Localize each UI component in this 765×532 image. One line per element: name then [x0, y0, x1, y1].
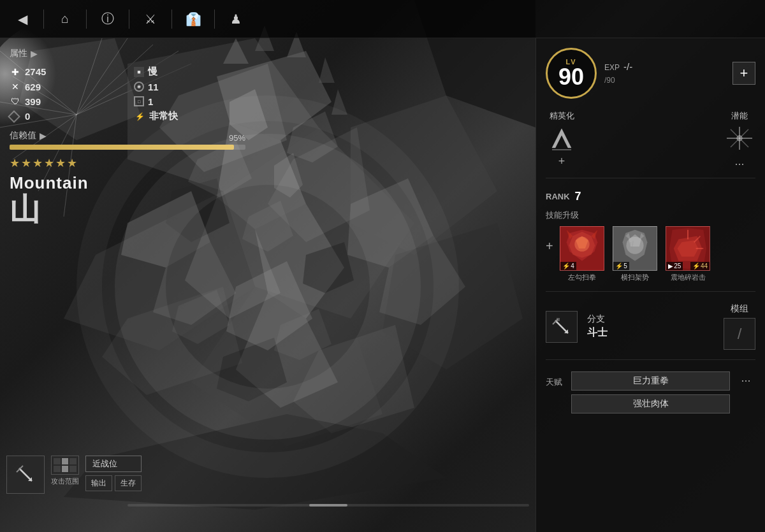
svg-marker-39 [153, 242, 236, 325]
branch-sword-icon [550, 315, 573, 338]
range-cell-4 [54, 466, 61, 472]
svg-marker-26 [255, 204, 344, 319]
attack-range-grid [51, 456, 79, 475]
svg-marker-37 [217, 338, 287, 401]
module-section: 模组 / [724, 303, 755, 350]
atkspd-value: 慢 [148, 66, 157, 78]
home-icon: ⌂ [61, 11, 69, 26]
stat-cost: □ 1 [134, 96, 245, 107]
skill-image-3: ▶ 25 ⚡ 44 [666, 226, 710, 271]
movespd-icon: ⚡ [134, 111, 145, 122]
star-3: ★ [33, 156, 43, 170]
bottom-action-area: 攻击范围 近战位 输出 生存 [6, 456, 142, 494]
svg-marker-41 [379, 236, 465, 325]
talent-1-text: 巨力重拳 [633, 375, 669, 385]
skill-card-1[interactable]: ⚡ 4 左勾扫拳 [558, 226, 606, 282]
svg-marker-27 [236, 293, 338, 408]
attack-range-section: 攻击范围 [51, 456, 79, 486]
star-4: ★ [44, 156, 54, 170]
talent-items: 巨力重拳 强壮肉体 [571, 371, 730, 413]
branch-row: 分支 斗士 模组 / [546, 303, 755, 350]
nav-divider-4 [171, 10, 172, 29]
potential-svg [724, 126, 755, 151]
skills-area: + ⚡ [546, 226, 755, 282]
svg-marker-52 [274, 309, 332, 360]
svg-marker-51 [172, 290, 229, 344]
talents-section: 天赋 巨力重拳 强壮肉体 ... [546, 371, 755, 413]
res-value: 0 [25, 111, 30, 122]
talent-2-text: 强壮肉体 [633, 398, 669, 408]
stat-atkspd: ■ 慢 [134, 66, 245, 78]
info-icon: ⓘ [101, 10, 114, 27]
role-tags-container: 输出 生存 [85, 475, 142, 491]
def-icon: 🛡 [10, 96, 21, 107]
attack-range-label: 攻击范围 [51, 477, 79, 486]
module-box[interactable]: / [724, 318, 755, 350]
top-nav-bar: ◀ ⌂ ⓘ ⚔ 👔 ♟ [0, 0, 765, 38]
upgrade-section: 精英化 + 潜能 [546, 110, 755, 178]
svg-marker-21 [102, 287, 242, 395]
scroll-thumb [309, 504, 347, 507]
skill-upgrade-row: 技能升级 [546, 210, 755, 221]
role-tag-output: 输出 [85, 475, 112, 491]
res-icon [8, 110, 20, 123]
skill-image-1: ⚡ 4 [560, 226, 604, 271]
wardrobe-icon: 👔 [186, 11, 201, 27]
elite-block: 精英化 + [546, 110, 578, 168]
skill-card-3[interactable]: ▶ 25 ⚡ 44 震地碎岩击 [664, 226, 712, 282]
elite-icon [546, 126, 578, 151]
skill-card-2[interactable]: ⚡ 5 横扫架势 [611, 226, 659, 282]
attack-mode-button[interactable] [6, 456, 45, 494]
cost-value: 1 [148, 96, 153, 107]
svg-marker-49 [287, 111, 338, 162]
potential-more-button[interactable]: ... [734, 155, 744, 168]
stat-movespd: ⚡ 非常快 [134, 110, 245, 122]
potential-block: 潜能 ... [724, 110, 755, 168]
skill-2-name: 横扫架势 [621, 273, 649, 282]
elite-chevron-svg [546, 126, 578, 151]
position-tags: 近战位 输出 生存 [85, 456, 142, 491]
atk-icon: ✕ [10, 81, 21, 92]
cost-icon: □ [134, 96, 144, 106]
role-tag-survive: 生存 [115, 475, 142, 491]
nav-divider-1 [43, 10, 44, 29]
chess-button[interactable]: ♟ [220, 5, 252, 33]
movespd-value: 非常快 [149, 110, 178, 122]
svg-point-64 [737, 136, 742, 141]
skill-add-button[interactable]: + [546, 239, 553, 254]
nav-divider-3 [129, 10, 129, 29]
nav-divider-5 [214, 10, 215, 29]
back-icon: ◀ [18, 11, 27, 27]
back-button[interactable]: ◀ [6, 5, 38, 33]
right-panel: LV 90 EXP -/- /90 + 精英化 [536, 38, 765, 532]
bottom-scrollbar[interactable] [127, 504, 529, 507]
arrow-icon: ▶ [31, 48, 38, 59]
trust-section: 信赖值 ▶ 95% [10, 130, 245, 150]
range-cell-1 [54, 458, 61, 464]
svg-marker-22 [293, 325, 414, 433]
skill-3-badge-right: ⚡ 44 [690, 262, 710, 270]
chess-icon: ♟ [230, 11, 242, 27]
exp-value: -/- [623, 61, 632, 72]
stat-atk: ✕ 629 [10, 81, 121, 92]
svg-marker-17 [351, 96, 497, 255]
left-stats-panel: 属性 ▶ ✚ 2745 ■ 慢 ✕ 629 ◉ 11 🛡 399 □ 1 0 [0, 38, 255, 244]
wardrobe-button[interactable]: 👔 [177, 5, 209, 33]
atk-value: 629 [25, 82, 41, 92]
svg-marker-16 [191, 287, 382, 446]
action-button[interactable]: ⚔ [135, 5, 166, 33]
level-add-button[interactable]: + [732, 62, 755, 85]
stat-res: 0 [10, 110, 121, 122]
talent-tag-1: 巨力重拳 [571, 371, 730, 391]
elite-label: 精英化 [550, 110, 574, 122]
svg-marker-18 [382, 223, 523, 370]
elite-add-button[interactable]: + [558, 155, 565, 168]
talents-more-button[interactable]: ... [736, 371, 755, 385]
role-survive-text: 生存 [120, 478, 136, 487]
home-button[interactable]: ⌂ [49, 5, 81, 33]
position-tag: 近战位 [85, 456, 142, 472]
info-button[interactable]: ⓘ [92, 5, 124, 33]
rank-number: 7 [575, 190, 581, 203]
svg-marker-31 [319, 57, 335, 83]
nav-divider-2 [86, 10, 87, 29]
